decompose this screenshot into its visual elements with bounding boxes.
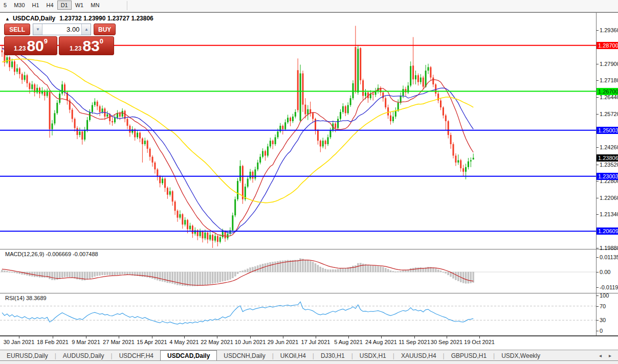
timeframe-button-h1[interactable]: H1 [29,1,43,10]
moving-averages [2,48,473,237]
timeframe-button-m30[interactable]: M30 [10,1,28,10]
price-tick-1.23520-tick [597,165,599,165]
date-tick [250,336,251,338]
price-tick-1.22800-tick [597,181,599,181]
date-tick [283,336,283,338]
timeframe-button-w1[interactable]: W1 [72,1,87,10]
date-label: 24 Aug 2021 [365,339,397,345]
price-tick-1.24260: 1.24260 [600,144,618,150]
price-tick-1.29360: 1.29360 [600,27,618,33]
tab-usdchf-h4[interactable]: USDCHF,H4 [113,350,160,361]
date-label: 27 Mar 2021 [103,339,135,345]
mt4-terminal: 5M30H1H4D1W1MN ▲USDCAD,Daily1.23732 1.23… [0,0,618,364]
price-tick-1.25720-tick [597,114,599,115]
tab-eurusd-daily[interactable]: EURUSD,Daily [0,350,55,361]
macd-tick-0.00: 0.00 [600,269,610,275]
tab-usdcnh-daily[interactable]: USDCNH,Daily [217,350,272,361]
rsi-panel-separator[interactable] [0,293,618,293]
rsi-tick-0: 0 [600,328,603,334]
tab-usdcad-daily[interactable]: USDCAD,Daily [160,350,217,361]
price-tick-1.27900: 1.27900 [600,61,618,67]
buy-price-point: 0 [100,37,103,45]
macd-tick-0.01135-tick [597,257,599,258]
toolbar-separator [127,1,128,10]
price-tick-1.27180: 1.27180 [600,77,618,83]
rsi-tick-70-tick [597,306,599,307]
rsi-label: RSI(14) 38.3689 [5,295,47,301]
buy-price-box[interactable]: 1.23830 [59,36,114,55]
price-tick-1.27180-tick [597,80,599,81]
date-tick [447,336,447,338]
tab-dj30-h1[interactable]: DJ30,H1 [314,350,351,361]
date-label: 29 Jun 2021 [268,339,299,345]
price-tick-1.29360-tick [597,30,599,31]
date-tick [86,336,86,338]
volume-increase-icon[interactable]: ▲ [81,24,91,35]
rsi-tick-0-tick [597,331,599,331]
sell-price-pips: 80 [27,38,43,54]
sell-button[interactable]: SELL [4,24,30,35]
price-badge-1.23806: 1.23806 [597,154,618,162]
price-badge-1.25003: 1.25003 [597,127,618,134]
date-label: 5 Aug 2021 [334,339,363,345]
rsi-panel-canvas[interactable] [0,294,596,335]
chart-ohlc-values: 1.23732 1.23990 1.23727 1.23806 [59,15,153,22]
buy-price-figure: 1.23 [70,45,81,52]
macd-histogram [2,259,474,286]
price-badge-1.28700: 1.28700 [597,42,618,49]
time-axis-border [0,335,618,336]
date-tick [19,336,19,338]
macd-panel-separator[interactable] [0,249,618,249]
date-tick [217,336,217,338]
date-tick [152,336,152,338]
chart-symbol-label: USDCAD,Daily [13,15,55,22]
tab-ukoil-h4[interactable]: UKOil,H4 [274,350,313,361]
rsi-tick-30-tick [597,320,599,321]
date-tick [348,336,349,338]
macd-tick-0.00-tick [597,272,599,272]
tab-scroll-left-icon[interactable]: ◂ [595,353,605,358]
chart-tab-bar: EURUSD,Daily|AUDUSD,Daily|USDCHF,H4USDCA… [0,350,618,361]
price-tick-1.24260-tick [597,147,599,148]
tab-audusd-daily[interactable]: AUDUSD,Daily [56,350,111,361]
date-label: 30 Sep 2021 [431,339,462,345]
date-tick [184,336,185,338]
volume-decrease-icon[interactable]: ▼ [33,24,42,35]
macd-tick-0.01135: 0.01135 [600,254,618,260]
price-badge-1.20609: 1.20609 [597,228,618,235]
volume-spinner: ▼ 3.00 ▲ [33,24,91,35]
one-click-collapse-icon[interactable]: ▲ [5,16,10,21]
date-tick [381,336,382,338]
date-label: 15 Apr 2021 [137,339,167,345]
volume-input[interactable]: 3.00 [42,24,81,35]
timeframe-button-h4[interactable]: H4 [43,1,57,10]
date-label: 4 May 2021 [169,339,198,345]
sell-price-point: 9 [44,37,48,45]
rsi-tick-100: 100 [600,292,609,299]
price-tick-1.22060: 1.22060 [600,195,618,201]
timeframe-button-mn[interactable]: MN [87,1,103,10]
sell-price-box[interactable]: 1.23809 [4,36,57,55]
price-tick-1.19880-tick [597,248,599,248]
rsi-tick-100-tick [597,295,599,296]
macd-tick--0.011904: -0.011904 [600,284,618,290]
timeframe-button-5[interactable]: 5 [0,1,10,10]
price-tick-1.26440-tick [597,97,599,98]
tab-xauusd-h4[interactable]: XAUUSD,H4 [394,350,443,361]
price-tick-1.19880: 1.19880 [600,245,618,251]
date-label: 19 Oct 2021 [464,339,495,345]
price-tick-1.21340-tick [597,214,599,215]
tab-usdx-h1[interactable]: USDX,H1 [353,350,393,361]
rsi-tick-70: 70 [600,303,606,309]
date-tick [479,336,480,338]
price-tick-1.25720: 1.25720 [600,111,618,117]
timeframe-button-d1[interactable]: D1 [57,1,72,10]
ma-line-20 [2,49,473,233]
tab-scroll-right-icon[interactable]: ▸ [605,353,615,358]
date-tick [316,336,316,338]
buy-button[interactable]: BUY [94,24,116,35]
tab-gbpusd-h1[interactable]: GBPUSD,H1 [445,350,493,361]
tab-usdx-weekly[interactable]: USDX,Weekly [495,350,547,361]
sell-price-figure: 1.23 [14,45,26,52]
chart-title: ▲USDCAD,Daily1.23732 1.23990 1.23727 1.2… [5,15,153,22]
